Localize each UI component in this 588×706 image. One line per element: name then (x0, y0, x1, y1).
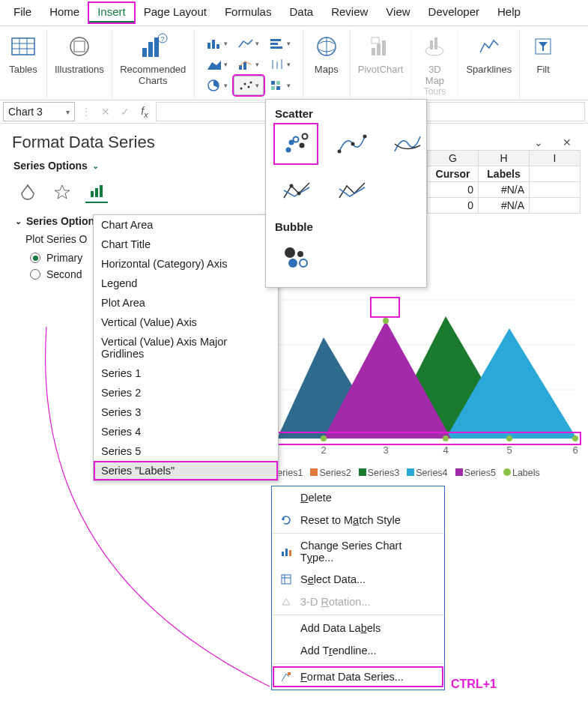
ctx-delete[interactable]: Delete (272, 486, 444, 509)
svg-marker-72 (282, 599, 290, 605)
scatter-smooth-lines[interactable] (386, 124, 428, 163)
collapse-pane-btn[interactable]: ⌄ (530, 133, 548, 151)
col-i[interactable]: I (530, 151, 581, 166)
ctx-select-data[interactable]: Select Data... (272, 568, 444, 591)
ribbon-recommended-charts[interactable]: ? Recommended Charts (112, 29, 195, 98)
menu-page-layout[interactable]: Page Layout (135, 2, 216, 23)
scatter-straight-lines[interactable] (330, 171, 372, 210)
svg-rect-66 (282, 552, 284, 556)
svg-rect-37 (372, 37, 379, 43)
chart-plot-area[interactable]: 2 3 4 5 6 (262, 270, 584, 465)
chart-column[interactable]: ▾ (202, 34, 232, 53)
ribbon-illustrations[interactable]: Illustrations (47, 29, 112, 98)
menu-insert[interactable]: Insert (88, 2, 135, 23)
chart-elem-series-labels[interactable]: Series "Labels" (94, 461, 278, 480)
cell-g4[interactable]: 0 (428, 198, 479, 214)
cell-i2[interactable] (530, 166, 581, 182)
ctx-reset-match-style[interactable]: Reset to Match Style (272, 509, 444, 531)
chart-elem-series5[interactable]: Series 5 (94, 441, 278, 461)
menu-review[interactable]: Review (322, 2, 377, 23)
label-marker-4[interactable] (443, 435, 449, 441)
chart-type-icon (279, 545, 293, 558)
hdr-labels[interactable]: Labels (479, 166, 530, 182)
chevron-down-icon: ⌄ (92, 161, 99, 171)
name-box[interactable]: Chart 3▾ (3, 102, 75, 121)
chart-area[interactable]: ▾ (202, 55, 232, 74)
label-marker-2[interactable] (321, 435, 327, 441)
svg-point-49 (300, 143, 305, 148)
cell-h4[interactable]: #N/A (479, 198, 530, 214)
enter-formula-btn[interactable]: ✓ (117, 103, 133, 120)
radio-selected-icon (30, 253, 40, 263)
name-box-value: Chart 3 (8, 106, 43, 118)
chart-elem-series1[interactable]: Series 1 (94, 363, 278, 383)
tables-icon (7, 31, 39, 62)
chart-elem-vval-axis[interactable]: Vertical (Value) Axis (94, 313, 278, 332)
ctx-change-chart-type[interactable]: Change Series Chart Type... (272, 535, 444, 568)
menu-formulas[interactable]: Formulas (216, 2, 281, 23)
chart-bar[interactable]: ▾ (265, 34, 295, 53)
hdr-cursor[interactable]: Cursor (428, 166, 479, 182)
ribbon-pivotchart[interactable]: PivotChart (351, 29, 412, 98)
ctx-format-data-series[interactable]: Format Data Series... (272, 666, 444, 688)
chart-surface[interactable]: ▾ (265, 76, 295, 95)
cancel-formula-btn[interactable]: ✕ (97, 103, 114, 120)
chart-stock[interactable]: ▾ (265, 55, 295, 74)
chart-elem-vval-gridlines[interactable]: Vertical (Value) Axis Major Gridlines (94, 332, 278, 363)
chart-elem-series3[interactable]: Series 3 (94, 402, 278, 422)
bubble-chart[interactable] (275, 238, 317, 277)
chart-combo[interactable]: ▾ (234, 55, 264, 74)
ribbon-tables[interactable]: Tables (0, 29, 47, 98)
ribbon-filters[interactable]: Filt (520, 29, 566, 98)
chart-scatter-trigger[interactable]: ▾ (234, 76, 264, 95)
ctx-add-data-labels[interactable]: Add Data Labels (272, 617, 444, 639)
col-g[interactable]: G (428, 151, 479, 166)
menu-view[interactable]: View (377, 2, 419, 23)
scatter-straight-markers[interactable] (275, 171, 317, 210)
cell-i4[interactable] (530, 198, 581, 214)
label-marker-3[interactable] (383, 318, 389, 324)
cell-i3[interactable] (530, 182, 581, 198)
cell-h3[interactable]: #N/A (479, 182, 530, 198)
scatter-smooth-markers[interactable] (330, 124, 372, 163)
chart-line[interactable]: ▾ (234, 34, 264, 53)
chart-elem-chart-area[interactable]: Chart Area (94, 215, 278, 235)
col-h[interactable]: H (479, 151, 530, 166)
select-data-icon (279, 573, 293, 586)
svg-rect-67 (285, 549, 288, 556)
cell-g3[interactable]: 0 (428, 182, 479, 198)
chart-elem-series4[interactable]: Series 4 (94, 422, 278, 441)
ribbon-tours[interactable]: 3D Map Tours (411, 29, 458, 98)
svg-point-50 (303, 134, 308, 139)
close-pane-btn[interactable]: ✕ (558, 133, 576, 151)
legend-labels: Labels (503, 468, 540, 478)
ctx-add-trendline[interactable]: Add Trendline... (272, 639, 444, 662)
ribbon-chart-types: ▾ ▾ ▾ ▾ ▾ ▾ ▾ ▾ ▾ (195, 29, 303, 98)
chart-elem-hcat-axis[interactable]: Horizontal (Category) Axis (94, 254, 278, 274)
chart-elem-chart-title[interactable]: Chart Title (94, 235, 278, 254)
format-series-icon (279, 670, 293, 684)
series-options-tab[interactable] (85, 181, 108, 203)
chart-elem-legend[interactable]: Legend (94, 274, 278, 293)
menu-data[interactable]: Data (280, 2, 322, 23)
svg-point-60 (300, 259, 307, 267)
menu-help[interactable]: Help (488, 2, 530, 23)
ribbon-sparklines[interactable]: Sparklines (458, 29, 520, 98)
label-marker-6[interactable] (572, 435, 578, 441)
chart-pie[interactable]: ▾ (202, 76, 232, 95)
chart-elem-series2[interactable]: Series 2 (94, 383, 278, 402)
legend-series3: Series3 (359, 468, 399, 478)
scatter-markers-only[interactable] (275, 124, 317, 163)
label-marker-5[interactable] (506, 435, 512, 441)
ribbon-maps[interactable]: Maps (303, 29, 351, 98)
menu-developer[interactable]: Developer (419, 2, 488, 23)
fx-btn[interactable]: fx (136, 103, 153, 120)
menu-home[interactable]: Home (40, 2, 88, 23)
effects-tab[interactable] (51, 181, 73, 203)
chart-elem-plot-area[interactable]: Plot Area (94, 293, 278, 313)
fill-line-tab[interactable] (16, 181, 39, 203)
chart-legend[interactable]: Series1 Series2 Series3 Series4 Series5 … (262, 468, 584, 478)
divider: ⋮ (78, 106, 94, 118)
svg-point-27 (248, 86, 250, 88)
menu-file[interactable]: File (4, 2, 40, 23)
